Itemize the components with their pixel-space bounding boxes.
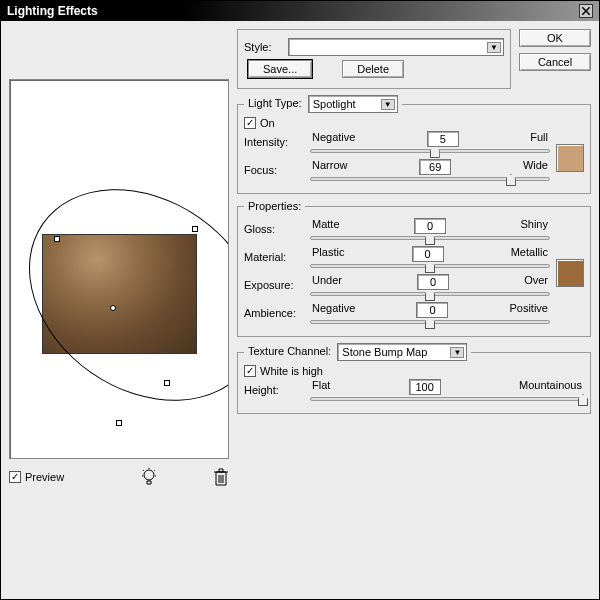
lighting-effects-dialog: Lighting Effects Preview xyxy=(0,0,600,600)
exposure-label: Exposure: xyxy=(244,279,304,291)
cancel-button[interactable]: Cancel xyxy=(519,53,591,71)
ellipse-handle[interactable] xyxy=(116,420,122,426)
preview-column: Preview xyxy=(9,29,229,591)
texture-group: Texture Channel: Stone Bump Map White is… xyxy=(237,343,591,414)
slider-thumb[interactable] xyxy=(578,394,588,406)
preview-label: Preview xyxy=(25,471,64,483)
on-label: On xyxy=(260,117,275,129)
properties-group: Properties: Gloss: Matte0Shiny Material: xyxy=(237,200,591,337)
save-button[interactable]: Save... xyxy=(248,60,312,78)
delete-button[interactable]: Delete xyxy=(342,60,404,78)
slider-thumb[interactable] xyxy=(430,146,440,158)
ellipse-handle[interactable] xyxy=(164,380,170,386)
intensity-input[interactable]: 5 xyxy=(427,131,459,147)
style-group: Style: Save... Delete xyxy=(237,29,511,89)
slider-thumb[interactable] xyxy=(425,289,435,301)
gloss-slider[interactable] xyxy=(310,236,550,240)
height-input[interactable]: 100 xyxy=(409,379,441,395)
preview-checkbox[interactable]: Preview xyxy=(9,471,64,483)
texture-channel-dropdown[interactable]: Stone Bump Map xyxy=(337,343,467,361)
focus-input[interactable]: 69 xyxy=(419,159,451,175)
style-label: Style: xyxy=(244,41,282,53)
slider-thumb[interactable] xyxy=(506,174,516,186)
ok-button[interactable]: OK xyxy=(519,29,591,47)
on-checkbox[interactable]: On xyxy=(244,117,584,129)
close-button[interactable] xyxy=(579,4,593,18)
focus-slider[interactable] xyxy=(310,177,550,181)
intensity-slider[interactable] xyxy=(310,149,550,153)
height-slider[interactable] xyxy=(310,397,584,401)
controls-column: Style: Save... Delete OK Cancel xyxy=(237,29,591,591)
properties-legend: Properties: xyxy=(244,200,305,212)
slider-thumb[interactable] xyxy=(425,261,435,273)
focus-label: Focus: xyxy=(244,164,304,176)
checkbox-icon xyxy=(244,365,256,377)
checkbox-icon xyxy=(9,471,21,483)
ambient-color-swatch[interactable] xyxy=(556,259,584,287)
ambience-label: Ambience: xyxy=(244,307,304,319)
gloss-input[interactable]: 0 xyxy=(414,218,446,234)
light-type-group: Light Type: Spotlight On Intensity: xyxy=(237,95,591,194)
white-high-label: White is high xyxy=(260,365,323,377)
gloss-label: Gloss: xyxy=(244,223,304,235)
light-type-dropdown[interactable]: Spotlight xyxy=(308,95,398,113)
ellipse-handle[interactable] xyxy=(192,226,198,232)
exposure-input[interactable]: 0 xyxy=(417,274,449,290)
style-dropdown[interactable] xyxy=(288,38,504,56)
preview-canvas[interactable] xyxy=(9,79,229,459)
height-label: Height: xyxy=(244,384,304,396)
trash-icon[interactable] xyxy=(213,467,229,487)
dialog-title: Lighting Effects xyxy=(7,4,98,18)
exposure-slider[interactable] xyxy=(310,292,550,296)
checkbox-icon xyxy=(244,117,256,129)
material-input[interactable]: 0 xyxy=(412,246,444,262)
slider-thumb[interactable] xyxy=(425,317,435,329)
light-center[interactable] xyxy=(110,305,116,311)
intensity-label: Intensity: xyxy=(244,136,304,148)
ambience-input[interactable]: 0 xyxy=(416,302,448,318)
ambience-slider[interactable] xyxy=(310,320,550,324)
light-ellipse[interactable] xyxy=(9,145,229,444)
titlebar: Lighting Effects xyxy=(1,1,599,21)
light-type-legend: Light Type: Spotlight xyxy=(244,95,402,113)
svg-point-0 xyxy=(144,470,154,480)
light-color-swatch[interactable] xyxy=(556,144,584,172)
slider-thumb[interactable] xyxy=(425,233,435,245)
material-label: Material: xyxy=(244,251,304,263)
texture-legend: Texture Channel: Stone Bump Map xyxy=(244,343,471,361)
white-high-checkbox[interactable]: White is high xyxy=(244,365,584,377)
ellipse-handle[interactable] xyxy=(54,236,60,242)
material-slider[interactable] xyxy=(310,264,550,268)
lightbulb-icon[interactable] xyxy=(141,467,157,487)
